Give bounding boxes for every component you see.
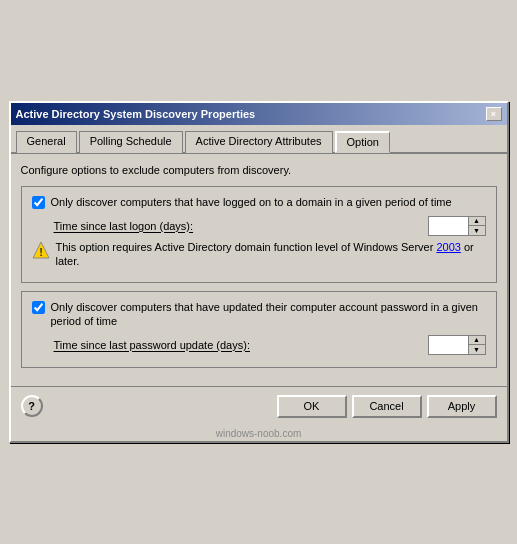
tab-general[interactable]: General xyxy=(16,131,77,153)
main-window: Active Directory System Discovery Proper… xyxy=(9,101,509,442)
title-bar: Active Directory System Discovery Proper… xyxy=(11,103,507,125)
description-text: Configure options to exclude computers f… xyxy=(21,164,497,176)
cancel-button[interactable]: Cancel xyxy=(352,395,422,418)
option1-value-input[interactable]: 90 xyxy=(428,216,468,236)
ok-button[interactable]: OK xyxy=(277,395,347,418)
option2-label[interactable]: Only discover computers that have update… xyxy=(51,300,486,329)
option1-checkbox[interactable] xyxy=(32,196,45,209)
tab-attributes[interactable]: Active Directory Attributes xyxy=(185,131,333,153)
option2-value-input[interactable]: 90 xyxy=(428,335,468,355)
option2-checkbox-row: Only discover computers that have update… xyxy=(32,300,486,329)
warning-text: This option requires Active Directory do… xyxy=(56,240,486,269)
option2-spinner-buttons: ▲ ▼ xyxy=(468,335,486,355)
option2-field-label: Time since last password update (days): xyxy=(54,339,250,351)
option1-spin-up[interactable]: ▲ xyxy=(469,217,485,226)
option2-spinner: 90 ▲ ▼ xyxy=(428,335,486,355)
content-area: Configure options to exclude computers f… xyxy=(11,154,507,385)
option2-field-row: Time since last password update (days): … xyxy=(54,335,486,355)
help-button[interactable]: ? xyxy=(21,395,43,417)
option2-spin-up[interactable]: ▲ xyxy=(469,336,485,345)
apply-button[interactable]: Apply xyxy=(427,395,497,418)
option1-label[interactable]: Only discover computers that have logged… xyxy=(51,195,452,209)
tabs-row: General Polling Schedule Active Director… xyxy=(11,125,507,154)
bottom-bar: ? OK Cancel Apply xyxy=(11,386,507,426)
svg-text:!: ! xyxy=(39,246,43,258)
option1-field-row: Time since last logon (days): 90 ▲ ▼ xyxy=(54,216,486,236)
option1-spinner-buttons: ▲ ▼ xyxy=(468,216,486,236)
option1-spinner: 90 ▲ ▼ xyxy=(428,216,486,236)
watermark: windows-noob.com xyxy=(11,426,507,441)
window-title: Active Directory System Discovery Proper… xyxy=(16,108,256,120)
option1-spin-down[interactable]: ▼ xyxy=(469,226,485,235)
option1-checkbox-row: Only discover computers that have logged… xyxy=(32,195,486,209)
option2-checkbox[interactable] xyxy=(32,301,45,314)
warning-row: ! This option requires Active Directory … xyxy=(32,240,486,269)
close-button[interactable]: × xyxy=(486,107,502,121)
option2-spin-down[interactable]: ▼ xyxy=(469,345,485,354)
tab-option[interactable]: Option xyxy=(335,131,390,153)
title-bar-controls: × xyxy=(486,107,502,121)
bottom-buttons: OK Cancel Apply xyxy=(277,395,497,418)
tab-polling[interactable]: Polling Schedule xyxy=(79,131,183,153)
warning-link[interactable]: 2003 xyxy=(436,241,460,253)
warning-icon: ! xyxy=(32,241,50,259)
option1-group: Only discover computers that have logged… xyxy=(21,186,497,283)
option2-group: Only discover computers that have update… xyxy=(21,291,497,368)
warning-text-before: This option requires Active Directory do… xyxy=(56,241,437,253)
option1-field-label: Time since last logon (days): xyxy=(54,220,194,232)
